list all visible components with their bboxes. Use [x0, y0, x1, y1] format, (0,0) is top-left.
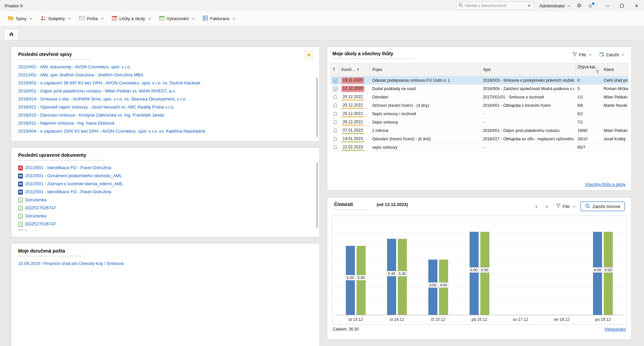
- file-link[interactable]: 2016/015 - Darovací smlouva - Kristýna Z…: [18, 111, 313, 119]
- task-row[interactable]: 07.01.2023 2 měsíce 2018/001 - Odpor pro…: [331, 127, 628, 135]
- task-checkbox-icon: [333, 78, 338, 83]
- document-link[interactable]: 2022/001 - Oznámení podezřelého obchodu_…: [25, 172, 122, 180]
- chart-x-label: so 17.12: [500, 317, 541, 322]
- due-date-badge: 14.01.2023: [341, 136, 364, 142]
- menu-label: Lhůty a úkoly: [119, 16, 145, 21]
- search-clear-icon[interactable]: ✕: [527, 3, 532, 8]
- chevron-down-icon: [232, 17, 235, 19]
- task-row[interactable]: 22.02.2023 sepis smlouvy - 65/7: [331, 143, 628, 152]
- settings-gear-icon[interactable]: ⚙: [575, 3, 583, 8]
- file-link[interactable]: 2016/024 - Smlouva o dílo - AUPARK Brno,…: [18, 95, 313, 103]
- task-row[interactable]: 12.12.2020 Dodat podklady na soud 2016/0…: [331, 85, 628, 93]
- col-header-remaining[interactable]: Zbývá kal...: [576, 63, 602, 76]
- chart-bar[interactable]: 6:00: [470, 232, 479, 315]
- col-header-description[interactable]: Popis: [370, 63, 481, 76]
- user-menu[interactable]: Administrator: [537, 3, 572, 8]
- document-link[interactable]: Doručenka: [25, 228, 46, 231]
- col-header-file[interactable]: Spis: [481, 63, 576, 76]
- chart-bar[interactable]: 5:00: [346, 246, 355, 315]
- document-link[interactable]: 2022/001 - Identifikace FO - Pavel Ostru…: [25, 188, 111, 196]
- panel-inbox: Moje doručená pošta 10.09.2020 / Finančn…: [11, 244, 319, 346]
- menu-spisy[interactable]: Spisy: [5, 14, 35, 23]
- document-link[interactable]: Doručenka: [25, 212, 46, 220]
- task-client: Josef Krátký: [602, 135, 628, 143]
- create-activity-button[interactable]: Založit činnost: [581, 202, 625, 211]
- previous-period-button[interactable]: ‹: [533, 203, 540, 210]
- document-link[interactable]: DDZ527026747: [25, 220, 56, 228]
- file-link[interactable]: 2016/021 - Výpověď nájení smlouvy - Jose…: [18, 103, 313, 111]
- chart-bar[interactable]: 5:00: [357, 246, 366, 315]
- chart-bar-value: 5:00: [345, 275, 355, 280]
- document-link[interactable]: DDZ527026747: [25, 204, 56, 212]
- chart-bar[interactable]: 6:00: [480, 232, 489, 315]
- due-date-badge: 26.12.2022: [341, 119, 364, 126]
- window-maximize-button[interactable]: [614, 0, 629, 11]
- activities-filter-button[interactable]: Filtr: [554, 203, 577, 210]
- tab-home[interactable]: [4, 29, 19, 40]
- inbox-mail-link[interactable]: 10.09.2020 / Finanční úřad pro Ústecký k…: [18, 260, 313, 268]
- col-header-client[interactable]: Klient: [602, 63, 628, 76]
- file-link[interactable]: 2021/001 - AML spis Jindřich Ostružina -…: [18, 71, 313, 79]
- task-row[interactable]: 19.11.2020 Odeslat podepsanou smlouvu FÚ…: [331, 76, 628, 85]
- file-link[interactable]: 2016/011 - Nájemní smlouva - Ing. Ivana …: [18, 119, 313, 127]
- menu-subjekty[interactable]: Subjekty: [37, 14, 74, 23]
- task-client: Milan Pelikán: [602, 127, 628, 135]
- tab-bar: [0, 26, 644, 40]
- chart-bar[interactable]: 4:00: [428, 260, 437, 315]
- menu-posta[interactable]: Pošta: [76, 14, 107, 23]
- chart-bar[interactable]: 5:30: [398, 239, 407, 315]
- search-input[interactable]: [465, 3, 525, 8]
- task-row[interactable]: 25.12.2022 Sepis smlouvy i úschově - 6/2: [331, 110, 628, 118]
- document-link[interactable]: 2022/001 - Záznam o kontrole klienta_int…: [25, 180, 123, 188]
- menu-lhuty-a-ukoly[interactable]: Lhůty a úkoly: [109, 14, 154, 23]
- bell-icon: [333, 137, 338, 142]
- panel-activities: Činnosti (od 13.12.2022) ‹ › Filtr Založ…: [327, 198, 631, 339]
- document-link-row[interactable]: A W 2022/001 - Záznam o kontrole klienta…: [18, 180, 313, 188]
- document-link[interactable]: 2022/001 - Identifikace FO - Pavel Ostru…: [25, 164, 111, 172]
- file-link[interactable]: 2019/004 - o zaplacení 2300 Kč bez DPH -…: [18, 127, 313, 134]
- chart-bar[interactable]: 6:00: [604, 232, 613, 315]
- document-link-row[interactable]: A W Doručenka: [18, 196, 313, 204]
- menu-vykazovani[interactable]: Vykazování: [156, 14, 198, 23]
- chart-category-slot: [500, 218, 541, 315]
- file-link[interactable]: 2019/003 - o zaplacení 56 897 Kč bez DPH…: [18, 79, 313, 87]
- tasks-filter-button[interactable]: Filtr: [570, 51, 594, 59]
- chart-bar[interactable]: 4:00: [439, 260, 448, 315]
- window-close-button[interactable]: ✕: [629, 0, 644, 11]
- menu-fakturace[interactable]: Fakturace: [200, 14, 238, 23]
- document-link-row[interactable]: A W 2022/001 - Identifikace FO - Pavel O…: [18, 188, 313, 196]
- col-header-due-date[interactable]: Končí...: [339, 63, 370, 76]
- vertical-scrollbar[interactable]: [316, 162, 318, 228]
- task-row[interactable]: 14.01.2023 Odvolání (trestní řízení) - (…: [331, 135, 628, 143]
- file-link[interactable]: 2022/001 - AML dokumenty - AVON Cosmetic…: [18, 63, 313, 71]
- chart-bar[interactable]: 6:00: [593, 232, 602, 315]
- document-link-row[interactable]: A W Doručenka: [18, 212, 313, 220]
- chart-plot-area: 5:005:005:305:304:004:006:006:006:006:00: [335, 218, 624, 315]
- document-link[interactable]: Doručenka: [25, 196, 46, 204]
- tasks-create-button[interactable]: Založit: [597, 51, 626, 59]
- col-header-type[interactable]: T: [331, 63, 339, 76]
- feedback-smiley-icon[interactable]: ☺: [586, 3, 594, 8]
- all-deadlines-link[interactable]: Všechny lhůty a úkoly: [585, 182, 626, 187]
- panel-title: Moje doručená pošta: [18, 248, 65, 254]
- deadline-calendar-icon: [112, 16, 117, 21]
- vertical-scrollbar[interactable]: [316, 78, 318, 137]
- file-link[interactable]: 2018/001 - Odpor proti platebnímu rozkaz…: [18, 87, 313, 95]
- document-link-row[interactable]: A W DDZ527026747: [18, 220, 313, 228]
- task-row[interactable]: 20.12.2022 Odvolání 2017/001/01 - Smlouv…: [331, 93, 628, 101]
- document-link-row[interactable]: A W 2022/001 - Identifikace FO - Pavel O…: [18, 164, 313, 172]
- task-description: Stížnost (trestní řízení) - (3 dny): [370, 101, 481, 110]
- timesheet-link[interactable]: Vykazování: [604, 327, 626, 332]
- chart-bar[interactable]: 5:30: [387, 239, 396, 315]
- favorites-star-button[interactable]: ★: [305, 51, 313, 59]
- document-link-row[interactable]: A W 2022/001 - Oznámení podezřelého obch…: [18, 172, 313, 180]
- next-period-button[interactable]: ›: [543, 203, 551, 210]
- task-client: Roman Mička: [602, 85, 628, 93]
- document-search[interactable]: ✕: [456, 2, 534, 10]
- document-link-row[interactable]: A W DDZ527026747: [18, 204, 313, 212]
- task-client: [602, 118, 628, 127]
- document-link-row[interactable]: A W Doručenka: [18, 228, 313, 231]
- window-minimize-button[interactable]: [600, 0, 614, 11]
- task-row[interactable]: 25.12.2022 Stížnost (trestní řízení) - (…: [331, 101, 628, 110]
- task-row[interactable]: 26.12.2022 Sepis smlouvy - 7/1: [331, 118, 628, 127]
